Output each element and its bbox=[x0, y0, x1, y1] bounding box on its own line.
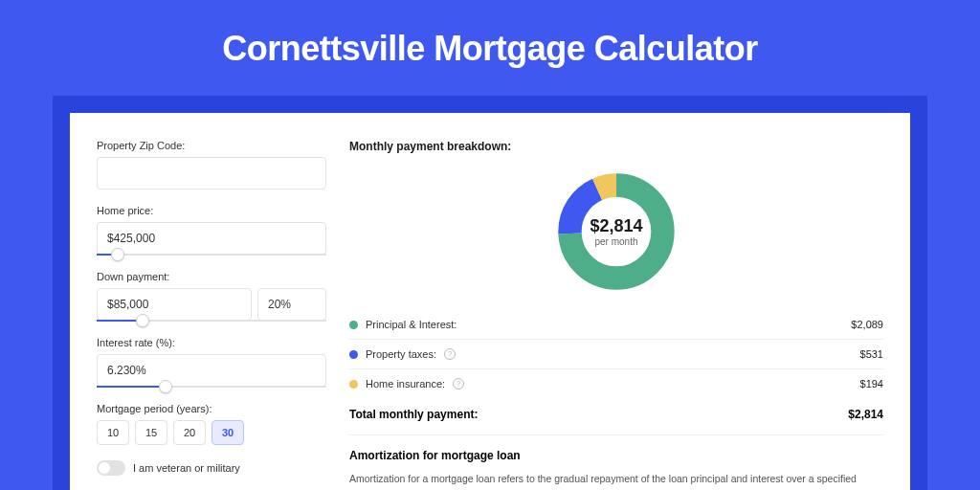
legend-label: Property taxes: bbox=[366, 348, 436, 360]
legend-row: Property taxes:?$531 bbox=[349, 340, 883, 369]
form-column: Property Zip Code: Home price: Down paym… bbox=[97, 140, 326, 490]
zip-field: Property Zip Code: bbox=[97, 140, 326, 189]
legend-row: Home insurance:?$194 bbox=[349, 369, 883, 398]
legend-dot-icon bbox=[349, 321, 358, 329]
legend-row: Principal & Interest:$2,089 bbox=[349, 310, 883, 340]
period-option-10[interactable]: 10 bbox=[97, 420, 129, 445]
breakdown-legend: Principal & Interest:$2,089Property taxe… bbox=[349, 310, 883, 398]
interest-rate-slider[interactable] bbox=[97, 386, 326, 388]
down-payment-field: Down payment: bbox=[97, 271, 326, 322]
total-label: Total monthly payment: bbox=[349, 408, 478, 421]
interest-rate-input[interactable] bbox=[97, 354, 326, 387]
breakdown-column: Monthly payment breakdown: $2,814 per mo… bbox=[349, 140, 883, 490]
legend-value: $531 bbox=[860, 348, 883, 360]
period-option-30[interactable]: 30 bbox=[212, 420, 244, 445]
down-payment-percent-input[interactable] bbox=[257, 288, 326, 321]
total-value: $2,814 bbox=[848, 408, 883, 421]
interest-rate-slider-thumb[interactable] bbox=[159, 380, 172, 393]
amortization-section: Amortization for mortgage loan Amortizat… bbox=[349, 434, 883, 487]
page-title: Cornettsville Mortgage Calculator bbox=[53, 29, 927, 69]
donut-amount: $2,814 bbox=[590, 216, 642, 236]
info-icon[interactable]: ? bbox=[444, 348, 456, 360]
zip-input[interactable] bbox=[97, 157, 326, 189]
home-price-field: Home price: bbox=[97, 205, 326, 256]
mortgage-period-label: Mortgage period (years): bbox=[97, 403, 326, 414]
veteran-label: I am veteran or military bbox=[133, 462, 240, 474]
amortization-text: Amortization for a mortgage loan refers … bbox=[349, 472, 883, 487]
mortgage-period-options: 10152030 bbox=[97, 420, 326, 445]
amortization-heading: Amortization for mortgage loan bbox=[349, 449, 883, 462]
donut-subtext: per month bbox=[594, 236, 637, 247]
veteran-toggle[interactable] bbox=[97, 460, 125, 476]
legend-dot-icon bbox=[349, 380, 358, 389]
period-option-20[interactable]: 20 bbox=[173, 420, 206, 445]
down-payment-slider-thumb[interactable] bbox=[136, 314, 149, 327]
interest-rate-field: Interest rate (%): bbox=[97, 337, 326, 388]
home-price-label: Home price: bbox=[97, 205, 326, 216]
interest-rate-label: Interest rate (%): bbox=[97, 337, 326, 348]
mortgage-period-field: Mortgage period (years): 10152030 bbox=[97, 403, 326, 445]
interest-rate-slider-fill bbox=[97, 386, 166, 388]
legend-label: Home insurance: bbox=[366, 378, 445, 390]
total-row: Total monthly payment: $2,814 bbox=[349, 398, 883, 434]
down-payment-slider[interactable] bbox=[97, 320, 326, 322]
zip-label: Property Zip Code: bbox=[97, 140, 326, 151]
down-payment-amount-input[interactable] bbox=[97, 288, 252, 321]
legend-label: Principal & Interest: bbox=[366, 319, 457, 330]
donut-chart: $2,814 per month bbox=[555, 170, 678, 293]
donut-center: $2,814 per month bbox=[555, 170, 678, 293]
home-price-slider-thumb[interactable] bbox=[111, 248, 124, 261]
home-price-slider[interactable] bbox=[97, 254, 326, 256]
period-option-15[interactable]: 15 bbox=[135, 420, 167, 445]
veteran-row: I am veteran or military bbox=[97, 460, 326, 476]
calculator-card: Property Zip Code: Home price: Down paym… bbox=[70, 113, 910, 490]
legend-value: $2,089 bbox=[851, 319, 883, 330]
breakdown-heading: Monthly payment breakdown: bbox=[349, 140, 883, 153]
home-price-input[interactable] bbox=[97, 222, 326, 255]
legend-value: $194 bbox=[860, 378, 883, 390]
donut-chart-wrap: $2,814 per month bbox=[349, 163, 883, 310]
info-icon[interactable]: ? bbox=[453, 378, 464, 390]
down-payment-label: Down payment: bbox=[97, 271, 326, 282]
card-frame: Property Zip Code: Home price: Down paym… bbox=[53, 96, 927, 490]
legend-dot-icon bbox=[349, 350, 358, 359]
